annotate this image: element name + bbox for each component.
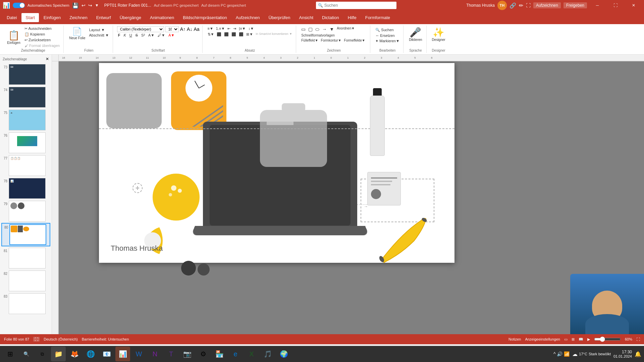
autosave-toggle[interactable] (13, 3, 25, 8)
close-btn[interactable]: ✕ (626, 0, 641, 11)
shape-yellow-app-icon[interactable] (171, 71, 226, 130)
tab-dictation[interactable]: Dictation (318, 13, 343, 22)
tab-uebergaenge[interactable]: Übergänge (116, 13, 145, 22)
mail-btn[interactable]: 📧 (99, 347, 114, 361)
btn-underline[interactable]: U (128, 33, 133, 38)
tab-aufzeichnen[interactable]: Aufzeichnen (232, 13, 264, 22)
chrome-btn[interactable]: 🌐 (83, 347, 98, 361)
btn-format[interactable]: 🖌 Format übertragen (23, 43, 61, 48)
btn-line-spacing[interactable]: ↕▼ (248, 26, 255, 31)
btn-abschnitt[interactable]: Abschnitt ▼ (88, 33, 110, 38)
presentation-view-btn[interactable]: ▶ (587, 337, 590, 342)
btn-layout[interactable]: Layout ▼ (88, 27, 110, 32)
onenote-btn[interactable]: N (148, 347, 162, 361)
btn-align-right[interactable]: ⬛ (230, 32, 237, 37)
btn-markieren[interactable]: ✦ Markieren▼ (374, 39, 400, 44)
btn-formeffekte[interactable]: Formeffekte▼ (343, 38, 366, 43)
search-input[interactable] (324, 3, 394, 8)
normal-view-btn[interactable]: ▭ (564, 337, 568, 342)
restore-btn[interactable]: ⛶ (608, 0, 623, 11)
slide-thumb-81[interactable]: 81 (1, 247, 50, 269)
btn-justify[interactable]: ⬛ (238, 32, 245, 37)
shape-banana[interactable] (374, 207, 428, 264)
btn-einfuegen[interactable]: 📋 Einfügen (5, 29, 22, 45)
tab-ansicht[interactable]: Ansicht (295, 13, 317, 22)
btn-indent-more[interactable]: ⇥ (232, 26, 237, 31)
slide-thumb-73[interactable]: 73 ⌨ (1, 63, 50, 85)
btn-suchen[interactable]: 🔍 Suchen (374, 27, 400, 33)
btn-font-color2[interactable]: A▼ (167, 33, 175, 38)
explorer-btn[interactable]: 📁 (51, 347, 66, 361)
fit-page-btn[interactable]: ⛶ (636, 337, 640, 341)
shape-dark-circle-2[interactable] (198, 263, 210, 276)
edge-btn[interactable]: e (228, 347, 243, 361)
minimize-btn[interactable]: ─ (590, 0, 605, 11)
decrease-font-icon[interactable]: A↓ (187, 26, 192, 32)
slide-thumb-80[interactable]: 80 (1, 223, 50, 246)
slide-thumb-77[interactable]: 77 📋📋📋 (1, 155, 50, 177)
edit-icon[interactable]: ✏ (519, 2, 523, 9)
btn-col[interactable]: ⊞▼ (245, 32, 254, 37)
slide-canvas[interactable]: ✛ (99, 63, 454, 263)
shape-arrow[interactable]: → (321, 26, 328, 33)
settings-btn[interactable]: ⚙ (196, 347, 211, 361)
tab-bildschirm[interactable]: Bildschirmpräsentation (179, 13, 231, 22)
customize-icon[interactable]: ▼ (95, 3, 99, 8)
btn-diktieren[interactable]: 🎤 Diktieren (408, 26, 423, 42)
shape-more[interactable]: ▼ (328, 26, 335, 33)
btn-col-spacing[interactable]: |≡▼ (238, 26, 247, 31)
slide-thumb-76[interactable]: 76 (1, 132, 50, 154)
start-btn[interactable]: ⊞ (3, 347, 17, 361)
tab-formformate[interactable]: Formformate (361, 13, 394, 22)
search-taskbar-btn[interactable]: 🔍 (19, 347, 34, 361)
slide-thumb-74[interactable]: 74 ⌨ (1, 86, 50, 108)
slide-thumb-82[interactable]: 82 (1, 270, 50, 292)
search-bar[interactable]: 🔍 (316, 2, 396, 9)
slide-thumb-79[interactable]: 79 (1, 200, 50, 222)
btn-strikethrough[interactable]: S (135, 33, 139, 38)
font-selector[interactable]: Calibri (Textkörper) (117, 26, 164, 32)
powerpoint-btn[interactable]: 📊 (115, 347, 130, 361)
reading-view-btn[interactable]: 📖 (579, 337, 583, 342)
taskview-btn[interactable]: ⧉ (35, 347, 50, 361)
shape-radio-device[interactable] (367, 172, 401, 205)
undo-icon[interactable]: ↩ (82, 3, 86, 8)
browser-btn[interactable]: 🌍 (276, 347, 291, 361)
btn-neue-folie[interactable]: 📄 Neue Folie (68, 26, 87, 41)
shape-gray-rect[interactable] (106, 73, 162, 128)
shape-bag[interactable] (260, 110, 327, 167)
btn-anordnen[interactable]: Anordnen▼ (336, 26, 356, 33)
shape-rounded[interactable]: ▢ (307, 26, 314, 33)
btn-highlight[interactable]: 🖊▼ (157, 33, 166, 38)
slide-sorter-btn[interactable]: ⊞ (572, 337, 575, 342)
shape-bottle[interactable] (367, 88, 387, 155)
tab-start[interactable]: Start (21, 13, 39, 22)
tab-entwurf[interactable]: Entwurf (92, 13, 115, 22)
btn-bold[interactable]: F (117, 33, 121, 38)
tab-zeichnen[interactable]: Zeichnen (65, 13, 91, 22)
shape-rect[interactable]: ▭ (300, 26, 307, 33)
slide-thumb-78[interactable]: 78 📊 (1, 177, 50, 199)
slide-thumb-75[interactable]: 75 ☁ (1, 109, 50, 131)
btn-shadow[interactable]: S² (140, 33, 146, 38)
freigeben-btn[interactable]: Freigeben (564, 2, 587, 8)
shape-laptop-base[interactable] (191, 226, 370, 235)
btn-italic[interactable]: K (122, 33, 127, 38)
notes-btn[interactable]: Notizen (508, 337, 521, 341)
firefox-btn[interactable]: 🦊 (67, 347, 82, 361)
zoom-slider[interactable] (594, 337, 621, 342)
btn-list-num[interactable]: 1.≡▼ (215, 26, 226, 31)
fit-icon[interactable]: ⛶ (33, 337, 40, 342)
redo-icon[interactable]: ↪ (88, 3, 92, 8)
canvas-area[interactable]: 16 15 14 13 12 11 10 9 8 7 6 5 4 3 2 1 0… (52, 55, 644, 334)
btn-smartart[interactable]: In SmartArt konvertieren ▼ (255, 32, 293, 37)
teams-btn[interactable]: T (164, 347, 178, 361)
excel-btn[interactable]: X (244, 347, 259, 361)
btn-schnellformatvorlagen[interactable]: Schnellformatvorlagen (300, 33, 336, 38)
btn-kopieren[interactable]: 📋 Kopieren (23, 32, 61, 37)
save-icon[interactable]: 💾 (72, 2, 79, 9)
music-btn[interactable]: 🎵 (260, 347, 275, 361)
weather-widget[interactable]: ☁ 17°C Stark bewölkt (572, 351, 611, 357)
btn-indent-less[interactable]: ⇤ (226, 26, 231, 31)
btn-ausschneiden[interactable]: ✂ Ausschneiden (23, 26, 61, 31)
